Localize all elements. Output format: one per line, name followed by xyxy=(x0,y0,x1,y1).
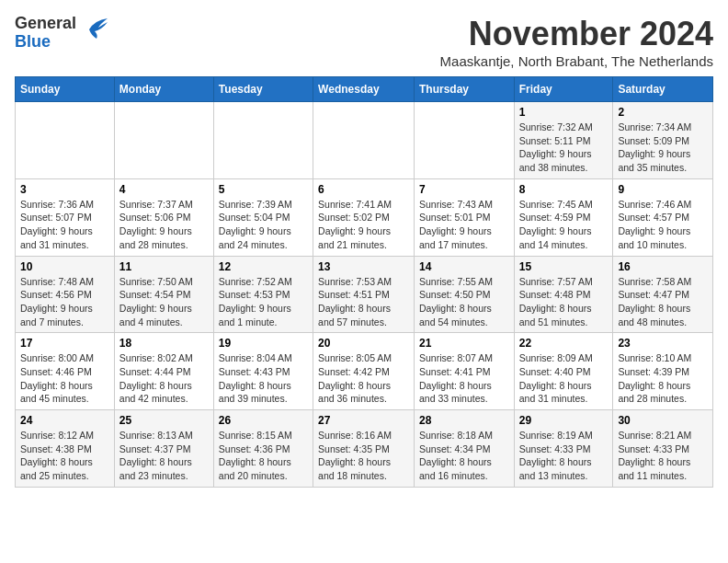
day-number: 28 xyxy=(419,414,509,427)
calendar-cell: 30Sunrise: 8:21 AM Sunset: 4:33 PM Dayli… xyxy=(613,410,713,488)
calendar-cell: 22Sunrise: 8:09 AM Sunset: 4:40 PM Dayli… xyxy=(514,333,613,410)
day-number: 5 xyxy=(219,183,308,196)
calendar-cell: 17Sunrise: 8:00 AM Sunset: 4:46 PM Dayli… xyxy=(16,333,115,410)
calendar-cell: 25Sunrise: 8:13 AM Sunset: 4:37 PM Dayli… xyxy=(114,410,213,488)
day-number: 1 xyxy=(519,106,609,119)
day-number: 24 xyxy=(20,414,109,427)
day-number: 20 xyxy=(318,337,409,350)
day-info: Sunrise: 8:09 AM Sunset: 4:40 PM Dayligh… xyxy=(519,351,609,406)
day-number: 14 xyxy=(419,260,509,273)
calendar-cell: 20Sunrise: 8:05 AM Sunset: 4:42 PM Dayli… xyxy=(313,333,415,410)
day-info: Sunrise: 8:07 AM Sunset: 4:41 PM Dayligh… xyxy=(419,351,509,406)
day-header-wednesday: Wednesday xyxy=(313,77,415,102)
day-info: Sunrise: 7:32 AM Sunset: 5:11 PM Dayligh… xyxy=(519,121,609,175)
day-number: 21 xyxy=(419,337,509,350)
calendar-cell: 5Sunrise: 7:39 AM Sunset: 5:04 PM Daylig… xyxy=(213,178,313,256)
day-info: Sunrise: 8:18 AM Sunset: 4:34 PM Dayligh… xyxy=(419,429,509,483)
day-header-thursday: Thursday xyxy=(414,77,514,102)
calendar-cell: 14Sunrise: 7:55 AM Sunset: 4:50 PM Dayli… xyxy=(414,256,514,333)
day-info: Sunrise: 7:43 AM Sunset: 5:01 PM Dayligh… xyxy=(419,198,509,252)
day-info: Sunrise: 8:12 AM Sunset: 4:38 PM Dayligh… xyxy=(20,429,109,483)
day-header-tuesday: Tuesday xyxy=(213,77,313,102)
day-number: 4 xyxy=(119,183,209,196)
calendar-cell: 21Sunrise: 8:07 AM Sunset: 4:41 PM Dayli… xyxy=(414,333,514,410)
day-number: 23 xyxy=(618,337,708,350)
day-number: 10 xyxy=(20,260,109,273)
day-header-friday: Friday xyxy=(514,77,613,102)
day-info: Sunrise: 7:36 AM Sunset: 5:07 PM Dayligh… xyxy=(20,198,109,252)
day-number: 27 xyxy=(318,414,409,427)
calendar-cell: 13Sunrise: 7:53 AM Sunset: 4:51 PM Dayli… xyxy=(313,256,415,333)
day-number: 8 xyxy=(519,183,609,196)
calendar-cell: 1Sunrise: 7:32 AM Sunset: 5:11 PM Daylig… xyxy=(514,102,613,179)
day-number: 7 xyxy=(419,183,509,196)
day-info: Sunrise: 7:41 AM Sunset: 5:02 PM Dayligh… xyxy=(318,198,409,252)
day-info: Sunrise: 8:13 AM Sunset: 4:37 PM Dayligh… xyxy=(119,429,209,483)
calendar-cell xyxy=(213,102,313,179)
calendar-week-row: 1Sunrise: 7:32 AM Sunset: 5:11 PM Daylig… xyxy=(16,102,713,179)
day-info: Sunrise: 7:34 AM Sunset: 5:09 PM Dayligh… xyxy=(618,121,708,175)
calendar-cell: 2Sunrise: 7:34 AM Sunset: 5:09 PM Daylig… xyxy=(613,102,713,179)
day-number: 6 xyxy=(318,183,409,196)
day-info: Sunrise: 8:10 AM Sunset: 4:39 PM Dayligh… xyxy=(618,351,708,406)
day-number: 16 xyxy=(618,260,708,273)
calendar-week-row: 24Sunrise: 8:12 AM Sunset: 4:38 PM Dayli… xyxy=(16,410,713,488)
day-number: 25 xyxy=(119,414,209,427)
calendar-cell: 8Sunrise: 7:45 AM Sunset: 4:59 PM Daylig… xyxy=(514,178,613,256)
day-info: Sunrise: 8:00 AM Sunset: 4:46 PM Dayligh… xyxy=(20,351,109,406)
calendar-cell: 28Sunrise: 8:18 AM Sunset: 4:34 PM Dayli… xyxy=(414,410,514,488)
month-title: November 2024 xyxy=(440,15,713,53)
day-info: Sunrise: 7:55 AM Sunset: 4:50 PM Dayligh… xyxy=(419,275,509,329)
calendar-cell xyxy=(414,102,514,179)
day-number: 3 xyxy=(20,183,109,196)
day-info: Sunrise: 7:53 AM Sunset: 4:51 PM Dayligh… xyxy=(318,275,409,329)
calendar-cell: 15Sunrise: 7:57 AM Sunset: 4:48 PM Dayli… xyxy=(514,256,613,333)
day-info: Sunrise: 7:45 AM Sunset: 4:59 PM Dayligh… xyxy=(519,198,609,252)
day-info: Sunrise: 8:05 AM Sunset: 4:42 PM Dayligh… xyxy=(318,351,409,406)
day-number: 2 xyxy=(618,106,708,119)
day-number: 29 xyxy=(519,414,609,427)
calendar-cell: 18Sunrise: 8:02 AM Sunset: 4:44 PM Dayli… xyxy=(114,333,213,410)
calendar-cell: 4Sunrise: 7:37 AM Sunset: 5:06 PM Daylig… xyxy=(114,178,213,256)
day-info: Sunrise: 7:50 AM Sunset: 4:54 PM Dayligh… xyxy=(119,275,209,329)
day-info: Sunrise: 8:19 AM Sunset: 4:33 PM Dayligh… xyxy=(519,429,609,483)
calendar-cell xyxy=(16,102,115,179)
calendar: SundayMondayTuesdayWednesdayThursdayFrid… xyxy=(15,76,713,488)
calendar-cell: 6Sunrise: 7:41 AM Sunset: 5:02 PM Daylig… xyxy=(313,178,415,256)
day-header-saturday: Saturday xyxy=(613,77,713,102)
day-info: Sunrise: 7:57 AM Sunset: 4:48 PM Dayligh… xyxy=(519,275,609,329)
day-header-sunday: Sunday xyxy=(16,77,115,102)
calendar-week-row: 10Sunrise: 7:48 AM Sunset: 4:56 PM Dayli… xyxy=(16,256,713,333)
day-info: Sunrise: 7:46 AM Sunset: 4:57 PM Dayligh… xyxy=(618,198,708,252)
day-info: Sunrise: 8:16 AM Sunset: 4:35 PM Dayligh… xyxy=(318,429,409,483)
calendar-cell: 9Sunrise: 7:46 AM Sunset: 4:57 PM Daylig… xyxy=(613,178,713,256)
day-info: Sunrise: 7:37 AM Sunset: 5:06 PM Dayligh… xyxy=(119,198,209,252)
calendar-header-row: SundayMondayTuesdayWednesdayThursdayFrid… xyxy=(16,77,713,102)
calendar-cell: 27Sunrise: 8:16 AM Sunset: 4:35 PM Dayli… xyxy=(313,410,415,488)
calendar-cell: 16Sunrise: 7:58 AM Sunset: 4:47 PM Dayli… xyxy=(613,256,713,333)
day-number: 9 xyxy=(618,183,708,196)
calendar-week-row: 17Sunrise: 8:00 AM Sunset: 4:46 PM Dayli… xyxy=(16,333,713,410)
day-info: Sunrise: 8:04 AM Sunset: 4:43 PM Dayligh… xyxy=(219,351,308,406)
title-section: November 2024 Maaskantje, North Brabant,… xyxy=(440,15,713,69)
day-number: 13 xyxy=(318,260,409,273)
logo-general: General xyxy=(15,14,76,32)
day-number: 18 xyxy=(119,337,209,350)
calendar-cell: 3Sunrise: 7:36 AM Sunset: 5:07 PM Daylig… xyxy=(16,178,115,256)
day-number: 26 xyxy=(219,414,308,427)
day-info: Sunrise: 7:39 AM Sunset: 5:04 PM Dayligh… xyxy=(219,198,308,252)
day-number: 15 xyxy=(519,260,609,273)
day-info: Sunrise: 8:21 AM Sunset: 4:33 PM Dayligh… xyxy=(618,429,708,483)
logo-bird-icon xyxy=(82,17,109,42)
day-info: Sunrise: 8:15 AM Sunset: 4:36 PM Dayligh… xyxy=(219,429,308,483)
calendar-cell: 12Sunrise: 7:52 AM Sunset: 4:53 PM Dayli… xyxy=(213,256,313,333)
day-number: 30 xyxy=(618,414,708,427)
calendar-week-row: 3Sunrise: 7:36 AM Sunset: 5:07 PM Daylig… xyxy=(16,178,713,256)
day-number: 17 xyxy=(20,337,109,350)
calendar-cell: 23Sunrise: 8:10 AM Sunset: 4:39 PM Dayli… xyxy=(613,333,713,410)
day-number: 22 xyxy=(519,337,609,350)
calendar-cell: 24Sunrise: 8:12 AM Sunset: 4:38 PM Dayli… xyxy=(16,410,115,488)
calendar-cell: 29Sunrise: 8:19 AM Sunset: 4:33 PM Dayli… xyxy=(514,410,613,488)
calendar-cell xyxy=(313,102,415,179)
header: General Blue November 2024 Maaskantje, N… xyxy=(15,15,713,69)
